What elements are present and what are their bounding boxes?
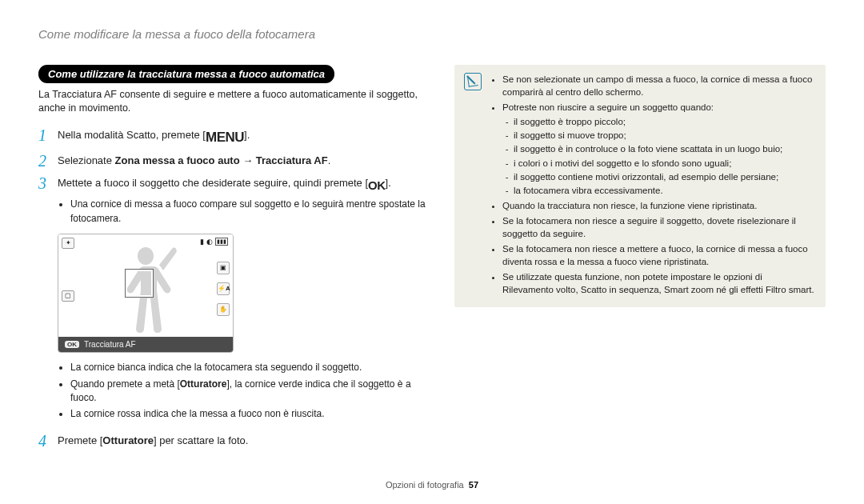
info-item: Potreste non riuscire a seguire un sogge… [502,101,814,197]
step-4: 4 Premete [Otturatore] per scattare la f… [38,432,430,450]
note-item: La cornice rossa indica che la messa a f… [70,407,430,421]
section-heading: Come utilizzare la tracciatura messa a f… [38,65,334,83]
status-icons: ▮◐ ▮▮▮ [200,238,228,246]
camera-preview: ✦ ▮◐ ▮▮▮ ▣ ⚡A ✋ ▢ [58,234,234,353]
step-bold: Zona messa a fuoco auto → Tracciatura AF [115,154,328,166]
info-box: Se non selezionate un campo di messa a f… [454,65,826,307]
info-sub-item: il soggetto contiene motivi orizzontali,… [514,170,814,183]
ok-icon: OK [368,177,386,194]
page-footer: Opzioni di fotografia 57 [0,480,864,490]
info-item: Se utilizzate questa funzione, non potet… [502,270,814,296]
step-text: Mettete a fuoco il soggetto che desidera… [58,177,368,189]
step-number: 1 [38,126,58,144]
step-text: Selezionate [58,154,115,166]
stabilizer-icon: ✋ [217,303,230,316]
flash-auto-icon: ⚡A [217,282,230,295]
info-item: Se non selezionate un campo di messa a f… [502,73,814,98]
note-item: Quando premete a metà [Otturatore], la c… [70,378,430,405]
info-item: Se la fotocamera non riesce a mettere a … [502,242,814,268]
step-text-post: ]. [386,177,391,189]
page-number: 57 [469,480,478,490]
info-item: Quando la tracciatura non riesce, la fun… [502,199,814,212]
camera-footer-label: Tracciatura AF [84,340,136,349]
footer-section: Opzioni di fotografia [386,480,464,490]
info-sub-item: il soggetto è troppo piccolo; [514,115,814,128]
intro-text: La Tracciatura AF consente di seguire e … [38,88,430,115]
info-sub-item: il soggetto si muove troppo; [514,129,814,142]
camera-notes: La cornice bianca indica che la fotocame… [38,361,430,421]
left-column: Come utilizzare la tracciatura messa a f… [38,65,430,454]
step-1: 1 Nella modalità Scatto, premete [MENU]. [38,126,430,148]
step-text: Premete [ [58,434,102,446]
note-item: La cornice bianca indica che la fotocame… [70,361,430,374]
info-item: Se la fotocamera non riesce a seguire il… [502,214,814,240]
step-sub: Una cornice di messa a fuoco compare sul… [70,198,430,226]
info-sub-item: il soggetto è in controluce o la foto vi… [514,142,814,155]
note-icon [464,73,482,90]
step-number: 2 [38,152,58,170]
step-number: 3 [38,174,58,192]
step-bold: Otturatore [102,434,154,446]
menu-icon: MENU [206,128,244,148]
step-text-post: . [328,154,331,166]
info-sub-item: i colori o i motivi del soggetto e lo sf… [514,157,814,170]
step-number: 4 [38,432,58,450]
pic-size-icon: ▣ [217,262,230,274]
step-2: 2 Selezionate Zona messa a fuoco auto → … [38,152,430,170]
mode-icon: ✦ [62,238,74,249]
focus-frame [126,270,153,297]
af-target-icon: ▢ [62,290,74,302]
page-title: Come modificare la messa a fuoco della f… [38,27,826,41]
step-text-post: ]. [244,129,250,141]
info-sub-item: la fotocamera vibra eccessivamente. [514,184,814,197]
step-text-post: ] per scattare la foto. [154,434,249,446]
step-text: Nella modalità Scatto, premete [ [58,129,206,141]
step-3: 3 Mettete a fuoco il soggetto che deside… [38,174,430,226]
ok-chip: OK [65,341,79,348]
